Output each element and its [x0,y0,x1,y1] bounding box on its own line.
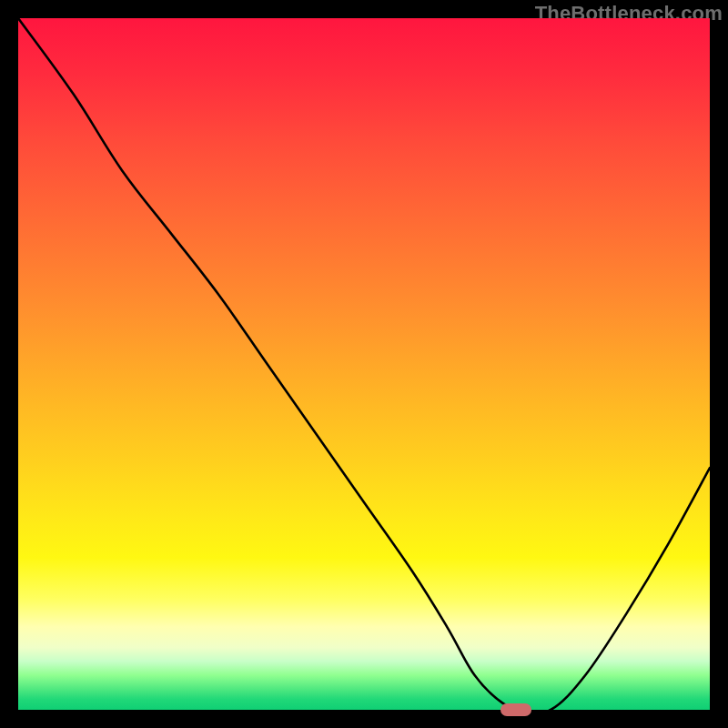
chart-container: TheBottleneck.com [0,0,728,728]
optimal-marker [500,703,531,716]
bottleneck-curve [18,18,710,710]
plot-area [18,18,710,710]
curve-path [18,18,710,710]
